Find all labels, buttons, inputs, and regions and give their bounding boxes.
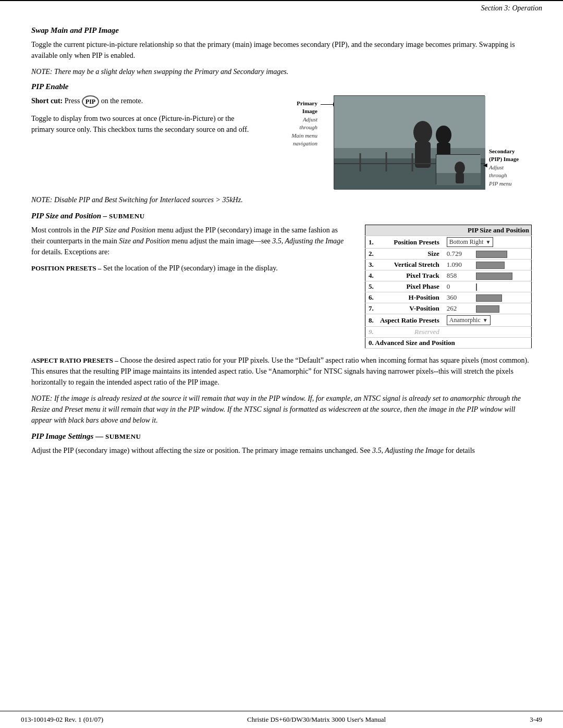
pip-size-heading: PIP Size and Position – SUBMENU bbox=[31, 212, 532, 220]
page: Section 3: Operation Swap Main and PIP I… bbox=[0, 0, 563, 728]
table-row-advanced: 0. Advanced Size and Position bbox=[365, 338, 532, 349]
row-label: Size bbox=[376, 249, 444, 260]
vpos-bar bbox=[476, 305, 499, 313]
table-row-reserved: 9. Reserved bbox=[365, 327, 532, 338]
vstretch-bar bbox=[476, 262, 505, 269]
row-label: Reserved bbox=[376, 327, 444, 338]
pip-size-table-area: PIP Size and Position 1. Position Preset… bbox=[365, 225, 532, 349]
pip-size-submenu: SUBMENU bbox=[109, 212, 145, 220]
swap-note: NOTE: There may be a slight delay when s… bbox=[31, 66, 532, 77]
table-row: 3. Vertical Stretch 1.090 bbox=[365, 260, 532, 270]
pip-size-body: Most controls in the PIP Size and Positi… bbox=[31, 225, 532, 349]
pip-button[interactable]: PIP bbox=[82, 95, 99, 108]
pip-size-text: Most controls in the PIP Size and Positi… bbox=[31, 225, 349, 349]
page-header: Section 3: Operation bbox=[0, 0, 563, 16]
row-value: 0.729 bbox=[444, 249, 473, 260]
row-bar bbox=[473, 292, 532, 303]
row-bar bbox=[473, 260, 532, 270]
row-num: 8. bbox=[365, 314, 376, 327]
svg-rect-1 bbox=[334, 96, 485, 148]
table-row: 7. V-Position 262 bbox=[365, 303, 532, 314]
row-label: Position Presets bbox=[376, 236, 444, 249]
hpos-bar bbox=[476, 294, 502, 302]
row-num: 3. bbox=[365, 260, 376, 270]
pip-size-section: PIP Size and Position – SUBMENU Most con… bbox=[31, 212, 532, 426]
row-num: 5. bbox=[365, 281, 376, 292]
row-num: 6. bbox=[365, 292, 376, 303]
row-value: Anamorphic▼ bbox=[444, 314, 532, 327]
aspect-ratio-bold: ASPECT RATIO PRESETS – bbox=[31, 356, 118, 364]
swap-section: Swap Main and PIP Image Toggle the curre… bbox=[31, 26, 532, 77]
row-label: Aspect Ratio Presets bbox=[376, 314, 444, 327]
pip-enable-para: Toggle to display from two sources at on… bbox=[31, 113, 258, 135]
pip-image-settings-dash: — bbox=[95, 432, 105, 440]
pip-size-para1: Most controls in the PIP Size and Positi… bbox=[31, 225, 349, 257]
pip-size-heading-italic: PIP Size and Position bbox=[31, 212, 101, 220]
pip-size-table: PIP Size and Position 1. Position Preset… bbox=[365, 225, 532, 349]
aspect-note: NOTE: If the image is already resized at… bbox=[31, 393, 532, 426]
row-bar bbox=[473, 303, 532, 314]
table-row: 6. H-Position 360 bbox=[365, 292, 532, 303]
swap-para: Toggle the current picture-in-picture re… bbox=[31, 39, 532, 61]
footer-left: 013-100149-02 Rev. 1 (01/07) bbox=[21, 715, 103, 724]
advanced-row-label: 0. Advanced Size and Position bbox=[365, 338, 532, 349]
row-num: 7. bbox=[365, 303, 376, 314]
primary-sublabel: AdjustthroughMain menunavigation bbox=[268, 116, 317, 148]
pip-image-settings-heading: PIP Image Settings — SUBMENU bbox=[31, 432, 532, 441]
pip-image-settings-submenu: SUBMENU bbox=[105, 433, 141, 440]
position-presets-text: Set the location of the PIP (secondary) … bbox=[103, 264, 278, 272]
svg-rect-16 bbox=[456, 173, 464, 183]
row-label: Vertical Stretch bbox=[376, 260, 444, 270]
page-footer: 013-100149-02 Rev. 1 (01/07) Christie DS… bbox=[0, 711, 563, 728]
main-image-box: ◀ bbox=[334, 95, 485, 189]
footer-right: 3-49 bbox=[530, 715, 542, 724]
row-value: Bottom Right▼ bbox=[444, 236, 532, 249]
aspect-ratio-para: ASPECT RATIO PRESETS – Choose the desire… bbox=[31, 355, 532, 388]
pixeltrack-bar bbox=[476, 273, 512, 280]
row-bar bbox=[473, 281, 532, 292]
pip-shortcut: Short cut: Press PIP on the remote. bbox=[31, 95, 258, 108]
pip-enable-heading: PIP Enable bbox=[31, 82, 532, 91]
row-bar bbox=[473, 249, 532, 260]
pixelphase-bar bbox=[476, 283, 477, 291]
row-num: 9. bbox=[365, 327, 376, 338]
row-value: 858 bbox=[444, 270, 473, 281]
secondary-image-annotation: Secondary(PIP) Image AdjustthroughPIP me… bbox=[485, 95, 532, 188]
primary-image-annotation: PrimaryImage AdjustthroughMain menunavig… bbox=[268, 95, 321, 147]
pip-image-settings-section: PIP Image Settings — SUBMENU Adjust the … bbox=[31, 432, 532, 456]
row-value: 1.090 bbox=[444, 260, 473, 270]
secondary-sublabel: AdjustthroughPIP menu bbox=[489, 164, 532, 188]
header-title: Section 3: Operation bbox=[481, 4, 542, 13]
table-row: 4. Pixel Track 858 bbox=[365, 270, 532, 281]
dropdown-arrow-2: ▼ bbox=[483, 317, 488, 323]
secondary-arrow: ◀ bbox=[483, 161, 487, 169]
pip-note: NOTE: Disable PIP and Best Switching for… bbox=[31, 194, 532, 205]
row-value: 360 bbox=[444, 292, 473, 303]
shortcut-label: Short cut: bbox=[31, 97, 63, 105]
pip-demo-image: ◀ bbox=[334, 95, 485, 189]
pip-image-settings-para: Adjust the PIP (secondary image) without… bbox=[31, 445, 532, 456]
row-label: Pixel Track bbox=[376, 270, 444, 281]
pip-enable-text: Short cut: Press PIP on the remote. Togg… bbox=[31, 95, 258, 189]
size-bar bbox=[476, 251, 507, 258]
primary-arrow: ▶ bbox=[321, 95, 334, 105]
row-value: 262 bbox=[444, 303, 473, 314]
pip-image-settings-italic-heading: PIP Image Settings bbox=[31, 432, 93, 440]
menu-table-title: PIP Size and Position bbox=[365, 225, 532, 236]
row-num: 1. bbox=[365, 236, 376, 249]
footer-center: Christie DS+60/DW30/Matrix 3000 User's M… bbox=[247, 715, 386, 724]
position-presets-para: POSITION PRESETS – Set the location of t… bbox=[31, 263, 349, 274]
position-presets-dropdown[interactable]: Bottom Right▼ bbox=[447, 237, 494, 247]
row-value: 0 bbox=[444, 281, 473, 292]
swap-heading: Swap Main and PIP Image bbox=[31, 26, 532, 35]
pip-size-dash: – bbox=[103, 212, 109, 220]
aspect-ratio-dropdown[interactable]: Anamorphic▼ bbox=[447, 315, 491, 325]
secondary-image-svg bbox=[436, 155, 481, 185]
row-label: V-Position bbox=[376, 303, 444, 314]
table-row: 8. Aspect Ratio Presets Anamorphic▼ bbox=[365, 314, 532, 327]
secondary-image-box bbox=[436, 154, 480, 184]
svg-point-5 bbox=[436, 126, 451, 144]
table-row: 5. Pixel Phase 0 bbox=[365, 281, 532, 292]
table-row: 1. Position Presets Bottom Right▼ bbox=[365, 236, 532, 249]
row-value bbox=[444, 327, 532, 338]
